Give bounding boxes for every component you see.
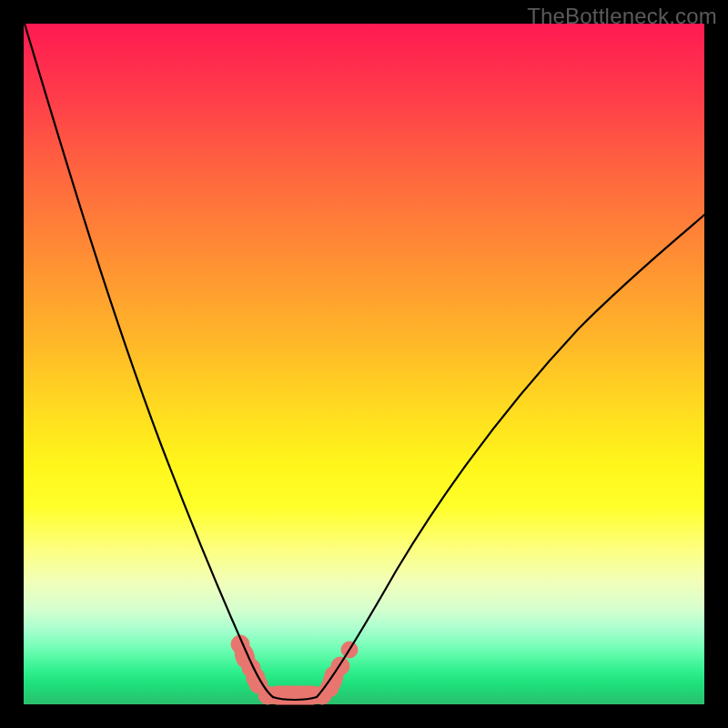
valley-marker bbox=[231, 635, 358, 704]
curve-left-branch bbox=[25, 24, 273, 697]
chart-area bbox=[24, 24, 704, 704]
bottleneck-curve bbox=[24, 24, 704, 704]
curve-right-branch bbox=[317, 215, 704, 697]
watermark-text: TheBottleneck.com bbox=[527, 4, 717, 29]
